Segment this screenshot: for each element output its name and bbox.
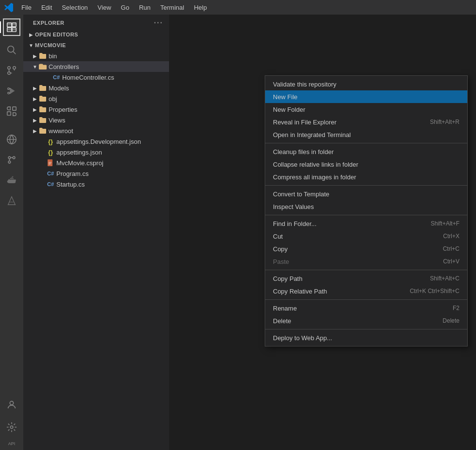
activity-bar: API	[0, 15, 23, 450]
ctx-item-validate-this-repository[interactable]: Validate this repository	[265, 78, 467, 90]
ctx-item-label: Paste	[273, 258, 289, 265]
bin-label: bin	[49, 52, 165, 60]
accounts-activity-icon[interactable]	[3, 397, 20, 413]
ctx-item-copy-relative-path[interactable]: Copy Relative PathCtrl+K Ctrl+Shift+C	[265, 285, 467, 297]
ctx-item-rename[interactable]: RenameF2	[265, 302, 467, 314]
sidebar-more-button[interactable]: ···	[154, 18, 163, 27]
ctx-item-label: Deploy to Web App...	[273, 334, 332, 342]
wwwroot-folder-icon	[39, 127, 47, 135]
obj-arrow: ▶	[31, 95, 39, 103]
views-label: Views	[49, 117, 165, 124]
explorer-activity-icon[interactable]	[3, 18, 20, 36]
docker-activity-icon[interactable]	[3, 172, 20, 189]
svg-rect-20	[48, 159, 52, 166]
open-editors-arrow: ▶	[27, 31, 35, 38]
context-menu: Validate this repositoryNew FileNew Fold…	[265, 75, 468, 346]
ctx-item-shortcut: Ctrl+V	[443, 258, 459, 265]
tree-item-startup[interactable]: C# Startup.cs	[23, 179, 169, 190]
ctx-item-shortcut: Shift+Alt+R	[430, 119, 459, 125]
azure-activity-icon[interactable]	[3, 192, 20, 209]
ctx-item-label: Cut	[273, 233, 283, 240]
menu-go[interactable]: Go	[117, 3, 133, 12]
search-activity-icon[interactable]	[3, 42, 20, 58]
menu-help[interactable]: Help	[190, 3, 211, 12]
menu-terminal[interactable]: Terminal	[156, 3, 188, 12]
ctx-item-new-folder[interactable]: New Folder	[265, 103, 467, 116]
tree-item-bin[interactable]: ▶ bin	[23, 51, 169, 61]
mvcmovie-arrow: ▼	[27, 41, 35, 49]
ctx-item-copy[interactable]: CopyCtrl+C	[265, 242, 467, 255]
ctx-item-label: New File	[273, 93, 298, 101]
svg-point-16	[13, 156, 15, 159]
ctx-item-shortcut: Shift+Alt+C	[430, 275, 459, 282]
remote-activity-icon[interactable]	[3, 131, 20, 148]
svg-line-5	[13, 52, 16, 54]
settings-activity-icon[interactable]	[3, 419, 20, 435]
tree-item-obj[interactable]: ▶ obj	[23, 93, 169, 104]
run-debug-activity-icon[interactable]	[3, 83, 20, 99]
ctx-item-shortcut: Shift+Alt+F	[431, 220, 459, 227]
vscode-logo-icon	[4, 2, 14, 12]
ctx-item-deploy-to-web-app[interactable]: Deploy to Web App...	[265, 331, 467, 344]
mvcmovie-section[interactable]: ▼ MVCMOVIE	[23, 40, 169, 51]
ctx-item-copy-path[interactable]: Copy PathShift+Alt+C	[265, 272, 467, 285]
extensions-activity-icon[interactable]	[3, 103, 20, 120]
git-activity-icon[interactable]	[3, 152, 20, 168]
tree-item-properties[interactable]: ▶ Properties	[23, 104, 169, 115]
source-control-activity-icon[interactable]	[3, 62, 20, 79]
menu-file[interactable]: File	[17, 3, 35, 12]
ctx-item-cut[interactable]: CutCtrl+X	[265, 230, 467, 242]
controllers-arrow: ▼	[31, 63, 39, 70]
ctx-item-label: Reveal in File Explorer	[273, 119, 337, 126]
ctx-item-compress-all-images-in-folder[interactable]: Compress all images in folder	[265, 171, 467, 183]
folder-icon	[39, 52, 47, 60]
ctx-item-label: Copy Relative Path	[273, 288, 327, 295]
ctx-item-cleanup-files-in-folder[interactable]: Cleanup files in folder	[265, 145, 467, 158]
tree-item-models[interactable]: ▶ Models	[23, 83, 169, 93]
models-folder-icon	[39, 84, 47, 92]
ctx-item-find-in-folder[interactable]: Find in Folder...Shift+Alt+F	[265, 217, 467, 230]
tree-item-appsettings-dev[interactable]: {} appsettings.Development.json	[23, 136, 169, 147]
sidebar: EXPLORER ··· ▶ OPEN EDITORS ▼ MVCMOVIE ▶…	[23, 15, 169, 450]
ctx-item-delete[interactable]: DeleteDelete	[265, 314, 467, 327]
ctx-separator	[265, 143, 467, 143]
ctx-item-open-in-integrated-terminal[interactable]: Open in Integrated Terminal	[265, 128, 467, 141]
sidebar-header: EXPLORER ···	[23, 15, 169, 29]
ctx-item-collapse-relative-links-in-folder[interactable]: Collapse relative links in folder	[265, 158, 467, 171]
menu-view[interactable]: View	[94, 3, 115, 12]
ctx-separator	[265, 215, 467, 215]
ctx-separator	[265, 329, 467, 329]
ctx-item-shortcut: Delete	[442, 317, 459, 324]
tree-item-homecontroller[interactable]: C# HomeController.cs	[23, 72, 169, 83]
tree-item-wwwroot[interactable]: ▶ wwwroot	[23, 125, 169, 136]
ctx-item-convert-to-template[interactable]: Convert to Template	[265, 188, 467, 200]
menu-selection[interactable]: Selection	[58, 3, 91, 12]
menu-run[interactable]: Run	[135, 3, 154, 12]
ctx-item-label: Compress all images in folder	[273, 173, 356, 181]
json-braces-icon2: {}	[47, 148, 54, 156]
svg-rect-14	[13, 107, 16, 110]
json-braces-icon: {}	[47, 138, 54, 145]
ctx-item-reveal-in-file-explorer[interactable]: Reveal in File ExplorerShift+Alt+R	[265, 116, 467, 128]
tree-item-program[interactable]: C# Program.cs	[23, 168, 169, 179]
mvcmovie-label: MVCMOVIE	[35, 42, 165, 48]
cs-file-icon: C#	[52, 73, 60, 81]
appsettings-label: appsettings.json	[56, 149, 165, 156]
ctx-item-new-file[interactable]: New File	[265, 90, 467, 103]
svg-point-4	[8, 46, 14, 52]
tree-item-csproj[interactable]: MvcMovie.csproj	[23, 157, 169, 168]
svg-point-9	[8, 88, 10, 90]
obj-label: obj	[49, 95, 165, 103]
svg-point-10	[8, 92, 10, 94]
ctx-item-paste: PasteCtrl+V	[265, 255, 467, 268]
ctx-item-label: Find in Folder...	[273, 220, 317, 227]
tree-item-controllers[interactable]: ▼ Controllers	[23, 61, 169, 72]
properties-label: Properties	[49, 106, 165, 113]
ctx-item-inspect-values[interactable]: Inspect Values	[265, 200, 467, 213]
obj-folder-icon	[39, 95, 47, 103]
ctx-item-label: Inspect Values	[273, 203, 314, 210]
tree-item-appsettings[interactable]: {} appsettings.json	[23, 147, 169, 157]
open-editors-section[interactable]: ▶ OPEN EDITORS	[23, 29, 169, 40]
tree-item-views[interactable]: ▶ Views	[23, 115, 169, 125]
menu-edit[interactable]: Edit	[37, 3, 56, 12]
